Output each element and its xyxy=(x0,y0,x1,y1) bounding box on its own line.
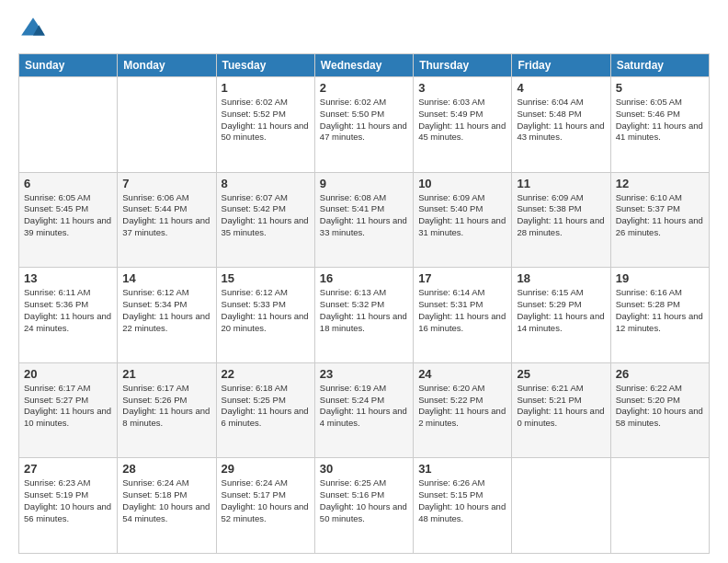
day-info: Sunrise: 6:06 AM Sunset: 5:44 PM Dayligh… xyxy=(122,192,210,239)
calendar-cell: 8Sunrise: 6:07 AM Sunset: 5:42 PM Daylig… xyxy=(216,172,314,268)
logo-icon xyxy=(18,15,48,44)
day-info: Sunrise: 6:19 AM Sunset: 5:24 PM Dayligh… xyxy=(320,383,408,430)
calendar-cell xyxy=(19,77,118,173)
day-number: 30 xyxy=(320,462,408,476)
calendar-cell: 6Sunrise: 6:05 AM Sunset: 5:45 PM Daylig… xyxy=(19,172,118,268)
day-number: 23 xyxy=(320,367,408,381)
day-number: 31 xyxy=(418,462,506,476)
calendar-cell: 19Sunrise: 6:16 AM Sunset: 5:28 PM Dayli… xyxy=(610,268,709,363)
day-number: 25 xyxy=(517,367,605,381)
day-info: Sunrise: 6:02 AM Sunset: 5:50 PM Dayligh… xyxy=(320,97,408,144)
day-number: 1 xyxy=(222,81,310,95)
day-number: 12 xyxy=(616,177,704,190)
day-info: Sunrise: 6:23 AM Sunset: 5:19 PM Dayligh… xyxy=(24,477,112,524)
day-info: Sunrise: 6:08 AM Sunset: 5:41 PM Dayligh… xyxy=(320,192,408,239)
day-info: Sunrise: 6:15 AM Sunset: 5:29 PM Dayligh… xyxy=(517,287,605,334)
week-row-1: 1Sunrise: 6:02 AM Sunset: 5:52 PM Daylig… xyxy=(19,77,710,173)
day-number: 24 xyxy=(418,367,506,381)
day-info: Sunrise: 6:07 AM Sunset: 5:42 PM Dayligh… xyxy=(222,192,310,239)
calendar-cell: 27Sunrise: 6:23 AM Sunset: 5:19 PM Dayli… xyxy=(19,458,118,554)
calendar-cell: 14Sunrise: 6:12 AM Sunset: 5:34 PM Dayli… xyxy=(118,268,216,363)
day-info: Sunrise: 6:04 AM Sunset: 5:48 PM Dayligh… xyxy=(517,97,605,144)
calendar: SundayMondayTuesdayWednesdayThursdayFrid… xyxy=(18,53,710,554)
calendar-cell: 17Sunrise: 6:14 AM Sunset: 5:31 PM Dayli… xyxy=(414,268,512,363)
calendar-cell: 31Sunrise: 6:26 AM Sunset: 5:15 PM Dayli… xyxy=(414,458,512,554)
calendar-cell: 7Sunrise: 6:06 AM Sunset: 5:44 PM Daylig… xyxy=(118,172,216,268)
calendar-cell: 26Sunrise: 6:22 AM Sunset: 5:20 PM Dayli… xyxy=(610,362,709,458)
calendar-cell: 9Sunrise: 6:08 AM Sunset: 5:41 PM Daylig… xyxy=(314,172,413,268)
calendar-cell: 12Sunrise: 6:10 AM Sunset: 5:37 PM Dayli… xyxy=(610,172,709,268)
day-info: Sunrise: 6:25 AM Sunset: 5:16 PM Dayligh… xyxy=(320,477,408,524)
day-number: 28 xyxy=(122,462,210,476)
weekday-header-saturday: Saturday xyxy=(610,54,709,77)
weekday-header-row: SundayMondayTuesdayWednesdayThursdayFrid… xyxy=(19,54,710,77)
day-info: Sunrise: 6:18 AM Sunset: 5:25 PM Dayligh… xyxy=(222,383,310,430)
week-row-2: 6Sunrise: 6:05 AM Sunset: 5:45 PM Daylig… xyxy=(19,172,710,268)
calendar-cell: 1Sunrise: 6:02 AM Sunset: 5:52 PM Daylig… xyxy=(216,77,314,173)
calendar-cell: 29Sunrise: 6:24 AM Sunset: 5:17 PM Dayli… xyxy=(216,458,314,554)
day-info: Sunrise: 6:12 AM Sunset: 5:34 PM Dayligh… xyxy=(122,287,210,334)
day-info: Sunrise: 6:13 AM Sunset: 5:32 PM Dayligh… xyxy=(320,287,408,334)
calendar-cell: 18Sunrise: 6:15 AM Sunset: 5:29 PM Dayli… xyxy=(512,268,610,363)
day-number: 2 xyxy=(320,81,408,95)
weekday-header-tuesday: Tuesday xyxy=(216,54,314,77)
weekday-header-thursday: Thursday xyxy=(414,54,512,77)
calendar-cell xyxy=(512,458,610,554)
day-info: Sunrise: 6:17 AM Sunset: 5:27 PM Dayligh… xyxy=(24,383,112,430)
calendar-cell xyxy=(118,77,216,173)
day-info: Sunrise: 6:09 AM Sunset: 5:38 PM Dayligh… xyxy=(517,192,605,239)
weekday-header-friday: Friday xyxy=(512,54,610,77)
day-number: 3 xyxy=(418,81,506,95)
day-info: Sunrise: 6:05 AM Sunset: 5:45 PM Dayligh… xyxy=(24,192,112,239)
day-number: 9 xyxy=(320,177,408,190)
day-number: 5 xyxy=(616,81,704,95)
day-info: Sunrise: 6:22 AM Sunset: 5:20 PM Dayligh… xyxy=(616,383,704,430)
day-info: Sunrise: 6:20 AM Sunset: 5:22 PM Dayligh… xyxy=(418,383,506,430)
week-row-3: 13Sunrise: 6:11 AM Sunset: 5:36 PM Dayli… xyxy=(19,268,710,363)
day-info: Sunrise: 6:10 AM Sunset: 5:37 PM Dayligh… xyxy=(616,192,704,239)
day-info: Sunrise: 6:24 AM Sunset: 5:18 PM Dayligh… xyxy=(122,477,210,524)
day-number: 26 xyxy=(616,367,704,381)
day-number: 19 xyxy=(616,271,704,285)
logo xyxy=(18,15,51,44)
day-number: 20 xyxy=(24,367,112,381)
calendar-cell: 22Sunrise: 6:18 AM Sunset: 5:25 PM Dayli… xyxy=(216,362,314,458)
week-row-5: 27Sunrise: 6:23 AM Sunset: 5:19 PM Dayli… xyxy=(19,458,710,554)
header xyxy=(18,15,710,44)
calendar-cell: 4Sunrise: 6:04 AM Sunset: 5:48 PM Daylig… xyxy=(512,77,610,173)
day-info: Sunrise: 6:11 AM Sunset: 5:36 PM Dayligh… xyxy=(24,287,112,334)
calendar-cell: 20Sunrise: 6:17 AM Sunset: 5:27 PM Dayli… xyxy=(19,362,118,458)
day-info: Sunrise: 6:21 AM Sunset: 5:21 PM Dayligh… xyxy=(517,383,605,430)
day-info: Sunrise: 6:05 AM Sunset: 5:46 PM Dayligh… xyxy=(616,97,704,144)
day-number: 11 xyxy=(517,177,605,190)
weekday-header-wednesday: Wednesday xyxy=(314,54,413,77)
day-number: 14 xyxy=(122,271,210,285)
day-number: 21 xyxy=(122,367,210,381)
day-info: Sunrise: 6:14 AM Sunset: 5:31 PM Dayligh… xyxy=(418,287,506,334)
day-number: 17 xyxy=(418,271,506,285)
day-number: 29 xyxy=(222,462,310,476)
page: SundayMondayTuesdayWednesdayThursdayFrid… xyxy=(0,0,728,563)
calendar-cell: 28Sunrise: 6:24 AM Sunset: 5:18 PM Dayli… xyxy=(118,458,216,554)
calendar-cell: 10Sunrise: 6:09 AM Sunset: 5:40 PM Dayli… xyxy=(414,172,512,268)
calendar-cell: 13Sunrise: 6:11 AM Sunset: 5:36 PM Dayli… xyxy=(19,268,118,363)
calendar-cell: 30Sunrise: 6:25 AM Sunset: 5:16 PM Dayli… xyxy=(314,458,413,554)
day-number: 15 xyxy=(222,271,310,285)
day-info: Sunrise: 6:03 AM Sunset: 5:49 PM Dayligh… xyxy=(418,97,506,144)
day-info: Sunrise: 6:16 AM Sunset: 5:28 PM Dayligh… xyxy=(616,287,704,334)
day-number: 7 xyxy=(122,177,210,190)
calendar-cell: 5Sunrise: 6:05 AM Sunset: 5:46 PM Daylig… xyxy=(610,77,709,173)
calendar-cell: 21Sunrise: 6:17 AM Sunset: 5:26 PM Dayli… xyxy=(118,362,216,458)
day-number: 4 xyxy=(517,81,605,95)
weekday-header-monday: Monday xyxy=(118,54,216,77)
day-info: Sunrise: 6:12 AM Sunset: 5:33 PM Dayligh… xyxy=(222,287,310,334)
day-number: 16 xyxy=(320,271,408,285)
day-number: 10 xyxy=(418,177,506,190)
calendar-cell: 16Sunrise: 6:13 AM Sunset: 5:32 PM Dayli… xyxy=(314,268,413,363)
day-number: 27 xyxy=(24,462,112,476)
day-info: Sunrise: 6:26 AM Sunset: 5:15 PM Dayligh… xyxy=(418,477,506,524)
calendar-cell: 3Sunrise: 6:03 AM Sunset: 5:49 PM Daylig… xyxy=(414,77,512,173)
day-info: Sunrise: 6:02 AM Sunset: 5:52 PM Dayligh… xyxy=(222,97,310,144)
calendar-cell xyxy=(610,458,709,554)
day-info: Sunrise: 6:09 AM Sunset: 5:40 PM Dayligh… xyxy=(418,192,506,239)
